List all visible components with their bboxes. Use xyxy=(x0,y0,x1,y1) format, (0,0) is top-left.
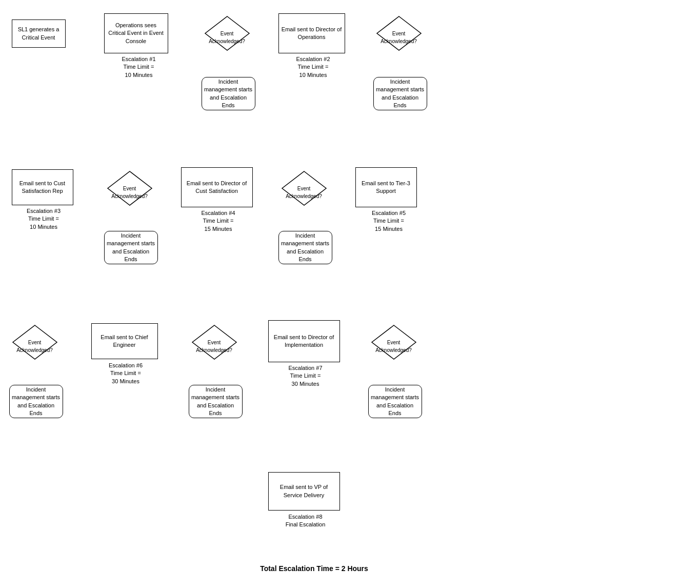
incident7-label: Incident management starts and Escalatio… xyxy=(371,386,419,418)
incident1-box: Incident management starts and Escalatio… xyxy=(202,77,255,110)
sl1-box: SL1 generates a Critical Event xyxy=(12,19,66,48)
total-label: Total Escalation Time = 2 Hours xyxy=(186,564,443,573)
sl1-label: SL1 generates a Critical Event xyxy=(14,26,63,42)
ack6-label: Event Acknowledged? xyxy=(196,331,232,354)
incident5-label: Incident management starts and Escalatio… xyxy=(12,386,61,418)
esc1-text: Escalation #1 Time Limit = 10 Minutes xyxy=(122,56,155,78)
ack1-label: Event Acknowledged? xyxy=(209,23,245,45)
ack5-diamond: Event Acknowledged? xyxy=(12,324,58,360)
esc3-text: Escalation #3 Time Limit = 10 Minutes xyxy=(27,208,61,230)
ack3-diamond: Event Acknowledged? xyxy=(107,170,153,206)
incident6-label: Incident management starts and Escalatio… xyxy=(191,386,240,418)
email-chief-box: Email sent to Chief Engineer xyxy=(91,323,158,359)
esc5-label: Escalation #5 Time Limit = 15 Minutes xyxy=(359,209,418,233)
incident5-box: Incident management starts and Escalatio… xyxy=(9,385,63,418)
email-impl-label: Email sent to Director of Implementation xyxy=(271,334,337,349)
esc8-text: Escalation #8 Final Escalation xyxy=(286,514,326,527)
incident4-label: Incident management starts and Escalatio… xyxy=(281,232,330,264)
ack3-label: Event Acknowledged? xyxy=(111,178,148,200)
email-vp-box: Email sent to VP of Service Delivery xyxy=(268,472,340,511)
incident7-box: Incident management starts and Escalatio… xyxy=(368,385,422,418)
incident6-box: Incident management starts and Escalatio… xyxy=(189,385,243,418)
email-vp-label: Email sent to VP of Service Delivery xyxy=(271,483,337,499)
esc8-label: Escalation #8 Final Escalation xyxy=(272,513,339,529)
ack4-diamond: Event Acknowledged? xyxy=(281,170,327,206)
email-cust-rep-box: Email sent to Cust Satisfaction Rep xyxy=(12,169,73,205)
email-impl-box: Email sent to Director of Implementation xyxy=(268,320,340,362)
incident2-label: Incident management starts and Escalatio… xyxy=(376,78,425,110)
esc7-label: Escalation #7 Time Limit = 30 Minutes xyxy=(272,364,339,388)
ack4-label: Event Acknowledged? xyxy=(286,178,322,200)
esc6-text: Escalation #6 Time Limit = 30 Minutes xyxy=(109,362,143,384)
email-tier3-box: Email sent to Tier-3 Support xyxy=(355,167,417,207)
esc2-label: Escalation #2 Time Limit = 10 Minutes xyxy=(283,55,344,79)
email-dir-cust-box: Email sent to Director of Cust Satisfact… xyxy=(181,167,253,207)
ops-console-box: Operations sees Critical Event in Event … xyxy=(104,13,168,53)
esc4-text: Escalation #4 Time Limit = 15 Minutes xyxy=(201,210,235,232)
esc5-text: Escalation #5 Time Limit = 15 Minutes xyxy=(372,210,406,232)
email-dir-cust-label: Email sent to Director of Cust Satisfact… xyxy=(184,180,250,195)
email-ops-label: Email sent to Director of Operations xyxy=(281,26,343,42)
email-tier3-label: Email sent to Tier-3 Support xyxy=(358,180,414,195)
ack1-diamond: Event Acknowledged? xyxy=(204,15,250,51)
ack6-diamond: Event Acknowledged? xyxy=(191,324,237,360)
email-cust-rep-label: Email sent to Cust Satisfaction Rep xyxy=(14,180,71,195)
incident2-box: Incident management starts and Escalatio… xyxy=(373,77,427,110)
incident3-label: Incident management starts and Escalatio… xyxy=(107,232,155,264)
esc4-label: Escalation #4 Time Limit = 15 Minutes xyxy=(185,209,252,233)
ack7-label: Event Acknowledged? xyxy=(375,331,412,354)
email-chief-label: Email sent to Chief Engineer xyxy=(94,334,155,349)
esc2-text: Escalation #2 Time Limit = 10 Minutes xyxy=(296,56,330,78)
ack5-label: Event Acknowledged? xyxy=(16,331,53,354)
incident4-box: Incident management starts and Escalatio… xyxy=(278,231,332,264)
ack2-label: Event Acknowledged? xyxy=(381,23,417,45)
incident1-label: Incident management starts and Escalatio… xyxy=(204,78,253,110)
email-ops-box: Email sent to Director of Operations xyxy=(278,13,345,53)
esc6-label: Escalation #6 Time Limit = 30 Minutes xyxy=(94,362,158,385)
ops-console-label: Operations sees Critical Event in Event … xyxy=(107,22,166,45)
esc7-text: Escalation #7 Time Limit = 30 Minutes xyxy=(288,365,322,387)
esc1-label: Escalation #1 Time Limit = 10 Minutes xyxy=(108,55,170,79)
ack2-diamond: Event Acknowledged? xyxy=(376,15,422,51)
esc3-label: Escalation #3 Time Limit = 10 Minutes xyxy=(12,207,76,231)
incident3-box: Incident management starts and Escalatio… xyxy=(104,231,158,264)
total-text: Total Escalation Time = 2 Hours xyxy=(260,564,368,573)
ack7-diamond: Event Acknowledged? xyxy=(371,324,417,360)
